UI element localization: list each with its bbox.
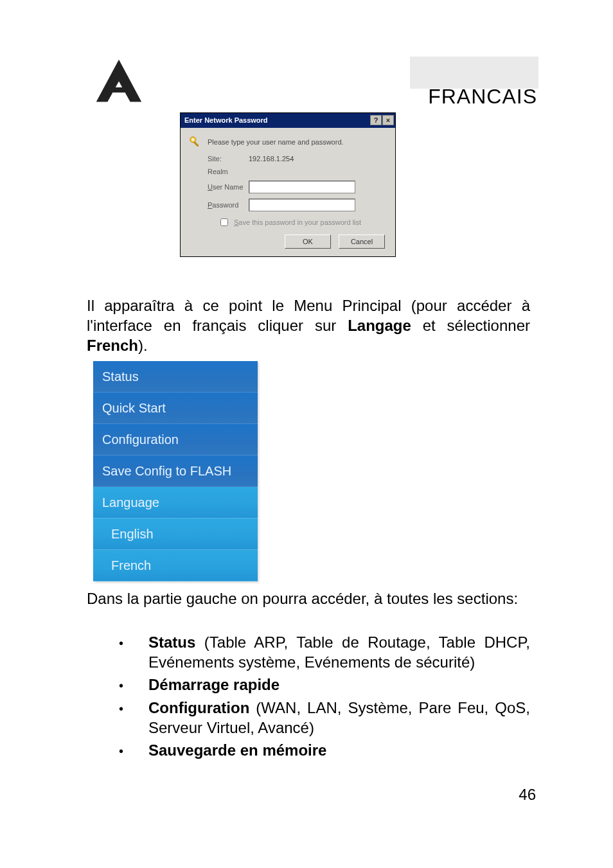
bullet-icon: • (119, 632, 148, 672)
menu-item-quick-start[interactable]: Quick Start (93, 393, 258, 424)
password-label: Password (208, 201, 249, 209)
username-label: User Name (208, 183, 249, 191)
dialog-titlebar: Enter Network Password ? × (181, 113, 395, 128)
sidebar-menu: Status Quick Start Configuration Save Co… (93, 361, 258, 581)
enter-network-password-dialog: Enter Network Password ? × Please type y… (180, 112, 396, 257)
bullet-icon: • (119, 675, 148, 695)
list-item: • Status (Table ARP, Table de Routage, T… (119, 632, 530, 672)
cancel-button[interactable]: Cancel (339, 235, 385, 249)
sections-list: • Status (Table ARP, Table de Routage, T… (119, 632, 530, 763)
list-item: • Sauvegarde en mémoire (119, 740, 530, 760)
menu-item-status[interactable]: Status (93, 361, 258, 393)
svg-rect-4 (193, 141, 199, 146)
site-label: Site: (208, 155, 249, 163)
bullet-icon: • (119, 698, 148, 738)
save-password-label: Save this password in your password list (234, 218, 361, 226)
username-input[interactable] (249, 181, 355, 193)
bullet-icon: • (119, 740, 148, 760)
menu-item-save-config[interactable]: Save Config to FLASH (93, 456, 258, 487)
logo-icon (93, 57, 145, 108)
help-icon[interactable]: ? (370, 115, 382, 125)
header-band (410, 57, 538, 89)
close-icon[interactable]: × (382, 115, 394, 125)
realm-label: Realm (208, 168, 249, 175)
list-item: • Configuration (WAN, LAN, Système, Pare… (119, 698, 530, 738)
key-icon (188, 134, 202, 150)
header-language-label: FRANCAIS (428, 85, 537, 109)
dialog-prompt: Please type your user name and password. (208, 138, 344, 146)
list-item: • Démarrage rapide (119, 675, 530, 695)
save-password-checkbox[interactable] (220, 218, 228, 226)
svg-point-3 (192, 139, 195, 141)
menu-item-language[interactable]: Language (93, 487, 258, 518)
menu-item-english[interactable]: English (93, 518, 258, 550)
paragraph-main-menu: Il apparaîtra à ce point le Menu Princip… (87, 296, 530, 356)
dialog-title-text: Enter Network Password (184, 116, 268, 124)
page-number: 46 (519, 786, 536, 804)
menu-item-configuration[interactable]: Configuration (93, 424, 258, 456)
svg-rect-1 (112, 87, 125, 93)
site-value: 192.168.1.254 (249, 155, 294, 163)
ok-button[interactable]: OK (285, 235, 331, 249)
password-input[interactable] (249, 199, 355, 211)
svg-marker-0 (96, 60, 141, 102)
paragraph-sections-intro: Dans la partie gauche on pourra accéder,… (87, 589, 530, 608)
menu-item-french[interactable]: French (93, 550, 258, 581)
